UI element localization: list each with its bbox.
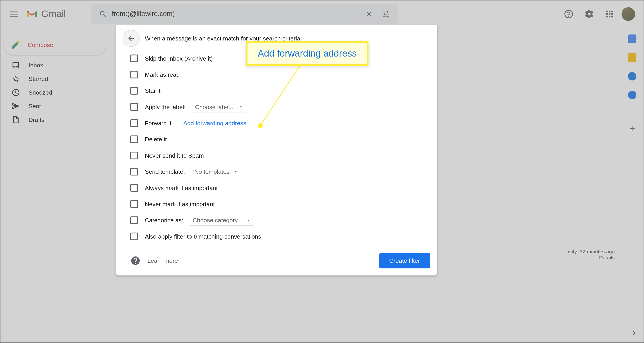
- filter-row-also-apply[interactable]: Also apply filter to 0 matching conversa…: [123, 228, 430, 244]
- chevron-down-icon: [233, 169, 238, 174]
- checkbox[interactable]: [130, 87, 138, 94]
- compose-icon: [11, 40, 21, 50]
- plus-icon[interactable]: [628, 124, 636, 133]
- side-panel: [620, 28, 644, 342]
- filter-row-never-spam[interactable]: Never send it to Spam: [123, 147, 430, 164]
- checkbox[interactable]: [130, 136, 138, 143]
- menu-button[interactable]: [4, 4, 24, 24]
- support-button[interactable]: [560, 6, 577, 22]
- checkbox[interactable]: [130, 168, 138, 176]
- learn-more-link[interactable]: Learn more: [130, 256, 178, 266]
- filter-row-send-template[interactable]: Send template:No templates: [123, 164, 430, 180]
- calendar-icon[interactable]: [628, 34, 636, 43]
- file-icon: [12, 116, 20, 124]
- checkbox[interactable]: [130, 54, 138, 62]
- arrow-left-icon: [127, 34, 136, 42]
- tasks-icon[interactable]: [628, 72, 636, 80]
- checkbox[interactable]: [130, 232, 138, 240]
- sidebar-item-snoozed[interactable]: Snoozed: [0, 86, 106, 99]
- template-dropdown[interactable]: No templates: [192, 166, 240, 177]
- sidebar-item-inbox[interactable]: Inbox: [0, 58, 106, 72]
- help-icon: [130, 256, 141, 266]
- search-input[interactable]: [112, 10, 361, 18]
- sidebar-item-starred[interactable]: Starred: [0, 72, 106, 86]
- create-filter-button[interactable]: Create filter: [379, 253, 430, 268]
- annotation-callout: Add forwarding address: [246, 41, 368, 66]
- label-dropdown[interactable]: Choose label...: [192, 102, 246, 112]
- checkbox[interactable]: [130, 200, 138, 208]
- gear-icon: [584, 9, 594, 19]
- account-avatar[interactable]: [622, 7, 635, 21]
- side-panel-expand-button[interactable]: [630, 329, 638, 338]
- apps-button[interactable]: [601, 6, 618, 22]
- contacts-icon[interactable]: [628, 91, 636, 99]
- sidebar-item-drafts[interactable]: Drafts: [0, 113, 106, 126]
- clear-search-button[interactable]: [360, 10, 378, 18]
- product-name: Gmail: [41, 8, 66, 20]
- activity-status: ivity: 32 minutes ago Details: [568, 249, 615, 261]
- checkbox[interactable]: [130, 152, 138, 159]
- clock-icon: [12, 88, 20, 96]
- compose-label: Compose: [28, 41, 53, 48]
- search-options-button[interactable]: [378, 10, 395, 18]
- inbox-icon: [12, 61, 20, 69]
- add-forwarding-address-link[interactable]: Add forwarding address: [183, 120, 246, 126]
- close-icon: [365, 10, 374, 18]
- filter-row-never-important[interactable]: Never mark it as important: [123, 196, 430, 212]
- help-icon: [564, 9, 574, 19]
- chevron-right-icon: [630, 329, 638, 338]
- checkbox[interactable]: [130, 119, 138, 127]
- checkbox[interactable]: [130, 216, 138, 224]
- tune-icon: [382, 10, 390, 18]
- settings-button[interactable]: [581, 6, 598, 22]
- send-icon: [12, 102, 20, 110]
- checkbox[interactable]: [130, 103, 138, 111]
- annotation-line: [256, 64, 312, 128]
- svg-line-0: [260, 64, 301, 126]
- star-icon: [12, 74, 20, 83]
- gmail-icon: [26, 10, 38, 19]
- hamburger-icon: [9, 9, 19, 19]
- checkbox[interactable]: [130, 184, 138, 192]
- search-bar[interactable]: [92, 4, 398, 24]
- details-link[interactable]: Details: [568, 255, 615, 261]
- chevron-down-icon: [238, 104, 243, 109]
- annotation-dot: [258, 123, 263, 128]
- keep-icon[interactable]: [628, 53, 636, 62]
- sidebar-item-sent[interactable]: Sent: [0, 99, 106, 113]
- panel-title: When a message is an exact match for you…: [145, 35, 302, 42]
- category-dropdown[interactable]: Choose category...: [190, 215, 253, 226]
- gmail-logo[interactable]: Gmail: [26, 8, 66, 20]
- search-icon: [95, 10, 112, 18]
- compose-button[interactable]: Compose: [4, 34, 106, 55]
- filter-row-categorize[interactable]: Categorize as:Choose category...: [123, 212, 430, 228]
- chevron-down-icon: [246, 218, 251, 223]
- filter-row-delete-it[interactable]: Delete it: [123, 131, 430, 147]
- filter-row-always-important[interactable]: Always mark it as important: [123, 180, 430, 196]
- checkbox[interactable]: [130, 71, 138, 78]
- back-button[interactable]: [123, 30, 140, 47]
- apps-icon: [604, 9, 615, 19]
